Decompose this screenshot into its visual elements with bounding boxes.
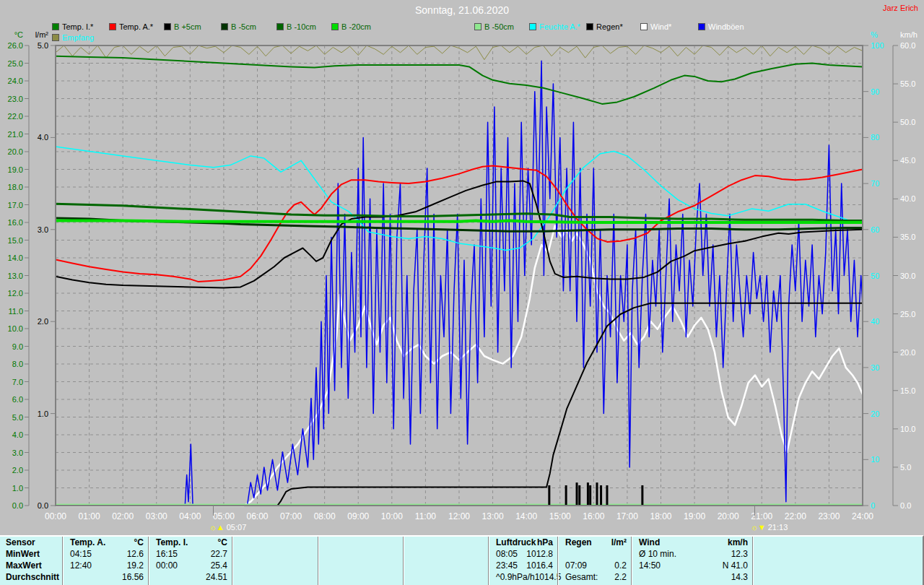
rain-axis-label: 5.0 xyxy=(38,41,48,50)
sunset-icon: ☼▼ xyxy=(751,523,768,532)
table-cell-time: 23:45 xyxy=(489,560,518,571)
gridlines xyxy=(56,46,863,506)
table-col-unit: °C xyxy=(105,537,148,548)
wind-axis-label: 20.0 xyxy=(900,348,915,357)
temp-axis-label: 16.0 xyxy=(8,218,23,227)
table-row-label: MaxWert xyxy=(0,560,62,571)
table-col-empty-4 xyxy=(752,537,921,585)
table-cell-value: N 41.0 xyxy=(661,560,752,571)
table-cell-time: 12:40 xyxy=(63,560,92,571)
table-col-unit xyxy=(411,537,488,548)
legend-item-temp_i: Temp. I.* xyxy=(52,22,93,31)
table-cell-time xyxy=(632,571,639,583)
rain-bar xyxy=(596,482,598,506)
time-axis-label: 17:00 xyxy=(616,511,638,521)
legend-label: B -10cm xyxy=(287,22,316,31)
table-cell-value xyxy=(411,571,488,583)
temp-axis-label: 22.0 xyxy=(8,112,23,121)
table-row-labels: SensorMinWertMaxWertDurchschnitt xyxy=(0,537,62,585)
table-cell-time: 14:50 xyxy=(632,560,661,571)
legend-swatch-icon xyxy=(164,23,171,30)
temp-axis-label: 3.0 xyxy=(12,448,23,457)
page-title: Sonntag, 21.06.2020 xyxy=(0,4,924,16)
time-axis-label: 02:00 xyxy=(112,511,134,521)
legend-swatch-icon xyxy=(52,23,59,30)
legend-swatch-icon xyxy=(474,23,481,30)
table-col-header: Temp. A. xyxy=(63,537,105,548)
rain-bar xyxy=(576,482,578,506)
time-axis-label: 10:00 xyxy=(381,511,403,521)
legend-swatch-icon xyxy=(221,23,228,30)
wind-axis-label: 0.0 xyxy=(900,501,911,510)
legend-item-b_m5: B -5cm xyxy=(221,22,256,31)
table-cell-value xyxy=(240,560,318,571)
series-windboen xyxy=(185,61,863,506)
wind-axis-label: 5.0 xyxy=(900,463,911,472)
sunrise-marker: ☼▲ 05:07 xyxy=(209,523,247,532)
table-col-header: Regen xyxy=(558,537,592,548)
table-col-unit: km/h xyxy=(660,537,752,548)
chart-svg[interactable]: 0.01.02.03.04.05.06.07.08.09.010.011.012… xyxy=(0,0,924,535)
watermark: Jarz Erich xyxy=(883,4,918,12)
time-axis-label: 00:00 xyxy=(45,511,66,521)
time-axis-label: 09:00 xyxy=(347,511,369,521)
time-axis-label: 21:00 xyxy=(751,511,772,521)
table-cell-time xyxy=(753,560,760,571)
table-cell-time: 00:00 xyxy=(149,560,178,571)
table-col-header xyxy=(404,537,411,548)
table-col-unit xyxy=(760,537,921,548)
legend-label: Temp. A.* xyxy=(119,22,153,31)
stats-table: SensorMinWertMaxWertDurchschnittTemp. A.… xyxy=(0,535,924,585)
legend-swatch-icon xyxy=(276,23,284,30)
table-cell-time xyxy=(753,571,760,583)
legend-item-windboen: Windböen xyxy=(698,22,744,31)
time-axis-label: 15:00 xyxy=(549,511,571,521)
axes: 0.01.02.03.04.05.06.07.08.09.010.011.012… xyxy=(8,30,918,510)
table-col-empty-1 xyxy=(232,537,318,585)
legend-swatch-icon xyxy=(52,34,59,41)
temp-axis-label: 0.0 xyxy=(12,501,23,510)
table-cell-value: 0.2 xyxy=(587,560,631,571)
table-col-luftdruck: LuftdruckhPa08:051012.823:451016.4^0.9hP… xyxy=(488,537,557,585)
table-cell-time xyxy=(232,560,240,571)
table-col-header: Wind xyxy=(632,537,660,548)
temp-axis-label: 17.0 xyxy=(8,201,23,209)
table-col-header xyxy=(232,537,240,548)
temp-axis-label: 25.0 xyxy=(8,59,23,68)
time-axis: 00:0001:0002:0003:0004:0005:0006:0007:00… xyxy=(45,506,873,532)
legend-label: B -20cm xyxy=(341,22,371,31)
table-cell-value xyxy=(326,571,403,583)
time-axis-label: 23:00 xyxy=(818,511,840,521)
temp-axis-label: 10.0 xyxy=(8,324,23,333)
table-cell-value: 14.3 xyxy=(639,571,752,583)
humidity-axis-label: 80 xyxy=(871,133,879,142)
table-cell-value: 2.2 xyxy=(598,571,631,583)
table-col-unit: °C xyxy=(188,537,232,548)
table-col-unit xyxy=(326,537,403,548)
time-axis-label: 22:00 xyxy=(785,511,806,521)
plot-area-border xyxy=(56,46,863,506)
table-col-header xyxy=(318,537,326,548)
humidity-axis-label: 0 xyxy=(871,501,875,510)
table-cell-value: 22.7 xyxy=(178,548,232,560)
table-cell-time: Ø 10 min. xyxy=(632,548,676,560)
legend-item-b_m10: B -10cm xyxy=(276,22,316,31)
wind-axis-label: 10.0 xyxy=(900,425,915,433)
table-col-empty-2 xyxy=(318,537,403,585)
table-cell-value xyxy=(326,548,403,560)
legend-label: B -50cm xyxy=(484,22,514,31)
temp-axis-label: 21.0 xyxy=(8,130,23,139)
legend-item-b_m50: B -50cm xyxy=(474,22,514,31)
humidity-axis-label: 30 xyxy=(871,363,879,372)
humidity-axis-label: 20 xyxy=(871,410,879,418)
table-row-label: MinWert xyxy=(0,548,62,560)
temp-axis-label: 18.0 xyxy=(8,183,23,191)
legend-item-regen: Regen* xyxy=(586,22,623,31)
wind-unit-label: km/h xyxy=(900,30,918,39)
table-cell-value xyxy=(411,548,488,560)
table-cell-time xyxy=(318,560,326,571)
table-cell-time: ^0.9hPa/h xyxy=(489,571,535,583)
legend-item-empfang: Empfang xyxy=(52,33,94,42)
rain-bar xyxy=(589,485,591,506)
table-col-header: Luftdruck xyxy=(489,537,536,548)
